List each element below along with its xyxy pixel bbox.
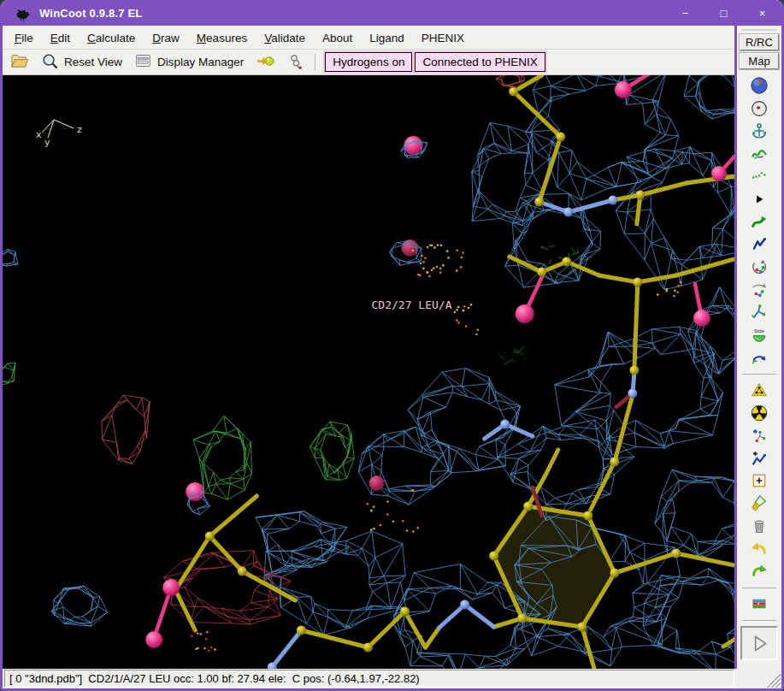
svg-text:Side: Side	[754, 328, 765, 333]
menu-bar: FileEditCalculateDrawMeasuresValidateAbo…	[3, 26, 734, 50]
radiation-icon[interactable]	[747, 403, 771, 423]
rotate-translate-sphere-icon[interactable]	[747, 280, 771, 300]
menu-phenix[interactable]: PHENIX	[413, 28, 473, 48]
menu-validate[interactable]: Validate	[256, 28, 314, 48]
axis-label-y: y	[44, 137, 50, 148]
flip-peptide-icon[interactable]	[747, 347, 771, 368]
phenix-connection-button[interactable]: Connected to PHENIX	[415, 52, 545, 72]
toolbar: Reset View Display Manager Hydroge	[3, 50, 734, 75]
density-mesh-layer	[3, 75, 734, 669]
torsion-general-icon[interactable]	[747, 302, 771, 322]
status-bar: [ 0 "3dnd.pdb"] CD2/1/A/27 LEU occ: 1.00…	[3, 669, 781, 688]
undo-icon[interactable]	[747, 539, 771, 559]
play-button[interactable]	[740, 626, 778, 660]
annotation-layer: zxyCD2/27 LEU/A	[36, 120, 452, 311]
phenix-toggle-group: Hydrogens on Connected to PHENIX	[323, 50, 546, 74]
modelling-icon-column: Side	[737, 72, 781, 667]
go-to-atom-button[interactable]	[251, 50, 279, 74]
flag-icon[interactable]	[747, 594, 771, 614]
menu-edit[interactable]: Edit	[42, 28, 79, 48]
globe-icon[interactable]	[747, 75, 771, 96]
maximize-button[interactable]: □	[704, 0, 743, 26]
arrow-to-atom-icon	[256, 52, 274, 73]
menu-measures[interactable]: Measures	[188, 28, 256, 48]
refine-zone-icon[interactable]	[747, 144, 771, 164]
play-small-icon[interactable]	[747, 189, 771, 210]
toolbar-separator	[315, 54, 315, 71]
menu-file[interactable]: File	[6, 28, 42, 48]
map-button[interactable]: Map	[740, 53, 779, 69]
molecular-scene[interactable]: zxyCD2/27 LEU/A	[3, 75, 734, 669]
toolbar-divider	[742, 374, 776, 375]
redo-icon[interactable]	[747, 561, 771, 582]
regularize-zone-icon[interactable]	[747, 166, 771, 186]
add-terminal-residue-icon[interactable]	[747, 448, 771, 469]
reset-view-label: Reset View	[64, 56, 122, 68]
toolbar-divider	[742, 588, 776, 588]
drag-handle[interactable]	[741, 29, 777, 31]
status-text: [ 0 "3dnd.pdb"] CD2/1/A/27 LEU occ: 1.00…	[4, 670, 734, 688]
anchor-icon[interactable]	[747, 121, 771, 141]
paintbrush-icon[interactable]	[747, 493, 771, 514]
display-manager-label: Display Manager	[157, 56, 244, 68]
rotate-translate-icon[interactable]	[747, 257, 771, 277]
delete-item-icon[interactable]	[747, 516, 771, 536]
active-residue-button[interactable]	[282, 50, 309, 74]
title-bar[interactable]: WinCoot 0.9.8.7 EL − □ ×	[3, 0, 781, 26]
residue-label: CD2/27 LEU/A	[372, 298, 452, 311]
menu-about[interactable]: About	[314, 28, 361, 48]
axis-label-x: x	[36, 129, 42, 140]
add-residue-icon[interactable]	[747, 425, 771, 446]
display-manager-button[interactable]: Display Manager	[130, 50, 248, 74]
reset-view-button[interactable]: Reset View	[37, 50, 127, 74]
resize-grip[interactable]	[736, 670, 781, 688]
auto-fit-rotamer-icon[interactable]	[747, 211, 771, 232]
edit-chi-angles-icon[interactable]	[747, 234, 771, 255]
close-button[interactable]: ×	[743, 0, 781, 26]
open-folder-icon	[10, 52, 29, 72]
add-atom-icon[interactable]	[747, 470, 771, 491]
shadow-fill-layer	[494, 506, 615, 627]
refine-residue-icon[interactable]	[747, 380, 771, 400]
rrc-button[interactable]: R/RC	[740, 34, 779, 50]
magnifier-icon	[41, 52, 59, 73]
right-tool-panel: R/RC Map Side	[734, 26, 781, 669]
recentre-icon[interactable]	[747, 98, 771, 119]
open-file-button[interactable]	[6, 50, 33, 74]
residue-figure-icon	[286, 52, 304, 73]
axis-label-z: z	[77, 124, 82, 135]
hydrogens-toggle-button[interactable]: Hydrogens on	[325, 52, 412, 72]
menu-draw[interactable]: Draw	[144, 28, 188, 48]
display-manager-icon	[134, 52, 152, 72]
window-title: WinCoot 0.9.8.7 EL	[39, 7, 143, 20]
menu-ligand[interactable]: Ligand	[361, 28, 413, 48]
side-chain-flip-icon[interactable]: Side	[747, 325, 771, 346]
menu-calculate[interactable]: Calculate	[79, 28, 144, 48]
wincoot-window: WinCoot 0.9.8.7 EL − □ × FileEditCalcula…	[0, 0, 784, 691]
minimize-button[interactable]: −	[666, 0, 704, 26]
toolbar-divider	[742, 620, 776, 621]
coot-bird-icon	[15, 4, 32, 22]
gl-viewport[interactable]: zxyCD2/27 LEU/A	[3, 75, 734, 669]
